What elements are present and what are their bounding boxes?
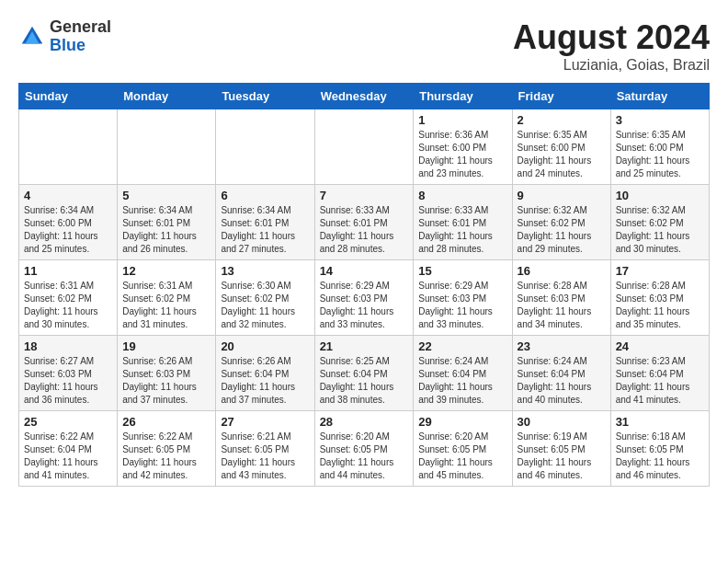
week-row-5: 25Sunrise: 6:22 AM Sunset: 6:04 PM Dayli… (19, 411, 710, 487)
day-info: Sunrise: 6:19 AM Sunset: 6:05 PM Dayligh… (518, 431, 606, 482)
day-info: Sunrise: 6:21 AM Sunset: 6:05 PM Dayligh… (221, 431, 309, 482)
day-info: Sunrise: 6:32 AM Sunset: 6:02 PM Dayligh… (616, 204, 704, 256)
calendar-cell: 31Sunrise: 6:18 AM Sunset: 6:05 PM Dayli… (610, 411, 709, 487)
day-number: 14 (320, 264, 409, 278)
day-info: Sunrise: 6:33 AM Sunset: 6:01 PM Dayligh… (320, 204, 409, 256)
calendar-cell: 21Sunrise: 6:25 AM Sunset: 6:04 PM Dayli… (314, 336, 414, 411)
calendar-cell: 13Sunrise: 6:30 AM Sunset: 6:02 PM Dayli… (216, 260, 314, 336)
month-year: August 2024 (513, 18, 710, 57)
day-info: Sunrise: 6:23 AM Sunset: 6:04 PM Dayligh… (616, 355, 704, 407)
calendar-cell: 27Sunrise: 6:21 AM Sunset: 6:05 PM Dayli… (216, 411, 314, 487)
day-info: Sunrise: 6:35 AM Sunset: 6:00 PM Dayligh… (616, 129, 704, 180)
day-number: 6 (221, 189, 309, 202)
calendar-cell: 29Sunrise: 6:20 AM Sunset: 6:05 PM Dayli… (414, 411, 512, 487)
day-info: Sunrise: 6:22 AM Sunset: 6:05 PM Dayligh… (122, 431, 210, 482)
day-info: Sunrise: 6:32 AM Sunset: 6:02 PM Dayligh… (518, 204, 606, 256)
calendar-cell: 17Sunrise: 6:28 AM Sunset: 6:03 PM Dayli… (610, 260, 709, 336)
calendar-cell: 28Sunrise: 6:20 AM Sunset: 6:05 PM Dayli… (314, 411, 414, 487)
page-header: General Blue August 2024 Luziania, Goias… (18, 18, 710, 74)
calendar-cell: 10Sunrise: 6:32 AM Sunset: 6:02 PM Dayli… (610, 185, 709, 260)
day-info: Sunrise: 6:20 AM Sunset: 6:05 PM Dayligh… (418, 431, 506, 482)
day-number: 18 (24, 339, 112, 353)
header-friday: Friday (512, 84, 610, 109)
day-number: 15 (418, 264, 506, 278)
calendar-cell: 6Sunrise: 6:34 AM Sunset: 6:01 PM Daylig… (216, 185, 314, 260)
logo-text: General Blue (50, 18, 111, 55)
calendar-cell (19, 109, 118, 185)
calendar-cell: 1Sunrise: 6:36 AM Sunset: 6:00 PM Daylig… (414, 109, 512, 185)
day-info: Sunrise: 6:34 AM Sunset: 6:01 PM Dayligh… (122, 204, 210, 256)
calendar-cell: 11Sunrise: 6:31 AM Sunset: 6:02 PM Dayli… (19, 260, 118, 336)
week-row-2: 4Sunrise: 6:34 AM Sunset: 6:00 PM Daylig… (19, 185, 710, 260)
calendar-cell: 19Sunrise: 6:26 AM Sunset: 6:03 PM Dayli… (118, 336, 216, 411)
location: Luziania, Goias, Brazil (513, 57, 710, 74)
header-tuesday: Tuesday (216, 84, 314, 109)
day-number: 26 (122, 415, 210, 429)
day-info: Sunrise: 6:34 AM Sunset: 6:00 PM Dayligh… (24, 204, 112, 256)
calendar-cell: 4Sunrise: 6:34 AM Sunset: 6:00 PM Daylig… (19, 185, 118, 260)
calendar-cell: 26Sunrise: 6:22 AM Sunset: 6:05 PM Dayli… (118, 411, 216, 487)
calendar-cell: 22Sunrise: 6:24 AM Sunset: 6:04 PM Dayli… (414, 336, 512, 411)
day-number: 5 (122, 189, 210, 202)
day-number: 9 (518, 189, 606, 202)
calendar-cell: 9Sunrise: 6:32 AM Sunset: 6:02 PM Daylig… (512, 185, 610, 260)
day-number: 22 (418, 339, 506, 353)
day-info: Sunrise: 6:28 AM Sunset: 6:03 PM Dayligh… (518, 280, 606, 331)
day-number: 4 (24, 189, 112, 202)
day-number: 28 (320, 415, 409, 429)
day-number: 7 (320, 189, 409, 202)
day-number: 12 (122, 264, 210, 278)
logo-blue: Blue (50, 36, 85, 54)
day-number: 30 (518, 415, 606, 429)
header-saturday: Saturday (610, 84, 709, 109)
day-number: 25 (24, 415, 112, 429)
day-info: Sunrise: 6:29 AM Sunset: 6:03 PM Dayligh… (320, 280, 409, 331)
calendar-cell: 18Sunrise: 6:27 AM Sunset: 6:03 PM Dayli… (19, 336, 118, 411)
logo-general: General (50, 17, 111, 36)
day-info: Sunrise: 6:24 AM Sunset: 6:04 PM Dayligh… (418, 355, 506, 407)
day-number: 8 (418, 189, 506, 202)
day-info: Sunrise: 6:18 AM Sunset: 6:05 PM Dayligh… (616, 431, 704, 482)
calendar-cell (118, 109, 216, 185)
day-info: Sunrise: 6:36 AM Sunset: 6:00 PM Dayligh… (418, 129, 506, 180)
calendar-cell (314, 109, 414, 185)
calendar-cell: 24Sunrise: 6:23 AM Sunset: 6:04 PM Dayli… (610, 336, 709, 411)
calendar-cell: 5Sunrise: 6:34 AM Sunset: 6:01 PM Daylig… (118, 185, 216, 260)
day-info: Sunrise: 6:27 AM Sunset: 6:03 PM Dayligh… (24, 355, 112, 407)
week-row-1: 1Sunrise: 6:36 AM Sunset: 6:00 PM Daylig… (19, 109, 710, 185)
day-info: Sunrise: 6:33 AM Sunset: 6:01 PM Dayligh… (418, 204, 506, 256)
calendar-cell: 3Sunrise: 6:35 AM Sunset: 6:00 PM Daylig… (610, 109, 709, 185)
day-number: 31 (616, 415, 704, 429)
calendar-cell: 14Sunrise: 6:29 AM Sunset: 6:03 PM Dayli… (314, 260, 414, 336)
day-info: Sunrise: 6:34 AM Sunset: 6:01 PM Dayligh… (221, 204, 309, 256)
calendar-cell: 25Sunrise: 6:22 AM Sunset: 6:04 PM Dayli… (19, 411, 118, 487)
header-wednesday: Wednesday (314, 84, 414, 109)
calendar-cell: 8Sunrise: 6:33 AM Sunset: 6:01 PM Daylig… (414, 185, 512, 260)
day-info: Sunrise: 6:24 AM Sunset: 6:04 PM Dayligh… (518, 355, 606, 407)
day-number: 10 (616, 189, 704, 202)
day-info: Sunrise: 6:29 AM Sunset: 6:03 PM Dayligh… (418, 280, 506, 331)
header-sunday: Sunday (19, 84, 118, 109)
day-number: 2 (518, 113, 606, 127)
calendar-cell: 12Sunrise: 6:31 AM Sunset: 6:02 PM Dayli… (118, 260, 216, 336)
week-row-3: 11Sunrise: 6:31 AM Sunset: 6:02 PM Dayli… (19, 260, 710, 336)
day-number: 27 (221, 415, 309, 429)
day-number: 11 (24, 264, 112, 278)
day-number: 23 (518, 339, 606, 353)
calendar-cell: 7Sunrise: 6:33 AM Sunset: 6:01 PM Daylig… (314, 185, 414, 260)
day-info: Sunrise: 6:20 AM Sunset: 6:05 PM Dayligh… (320, 431, 409, 482)
calendar-cell: 2Sunrise: 6:35 AM Sunset: 6:00 PM Daylig… (512, 109, 610, 185)
day-number: 20 (221, 339, 309, 353)
logo-icon (18, 23, 46, 51)
day-number: 1 (418, 113, 506, 127)
calendar-cell: 30Sunrise: 6:19 AM Sunset: 6:05 PM Dayli… (512, 411, 610, 487)
day-info: Sunrise: 6:26 AM Sunset: 6:04 PM Dayligh… (221, 355, 309, 407)
day-info: Sunrise: 6:28 AM Sunset: 6:03 PM Dayligh… (616, 280, 704, 331)
day-info: Sunrise: 6:31 AM Sunset: 6:02 PM Dayligh… (122, 280, 210, 331)
day-info: Sunrise: 6:22 AM Sunset: 6:04 PM Dayligh… (24, 431, 112, 482)
header-row: SundayMondayTuesdayWednesdayThursdayFrid… (19, 84, 710, 109)
day-number: 24 (616, 339, 704, 353)
calendar-cell: 16Sunrise: 6:28 AM Sunset: 6:03 PM Dayli… (512, 260, 610, 336)
day-number: 16 (518, 264, 606, 278)
week-row-4: 18Sunrise: 6:27 AM Sunset: 6:03 PM Dayli… (19, 336, 710, 411)
